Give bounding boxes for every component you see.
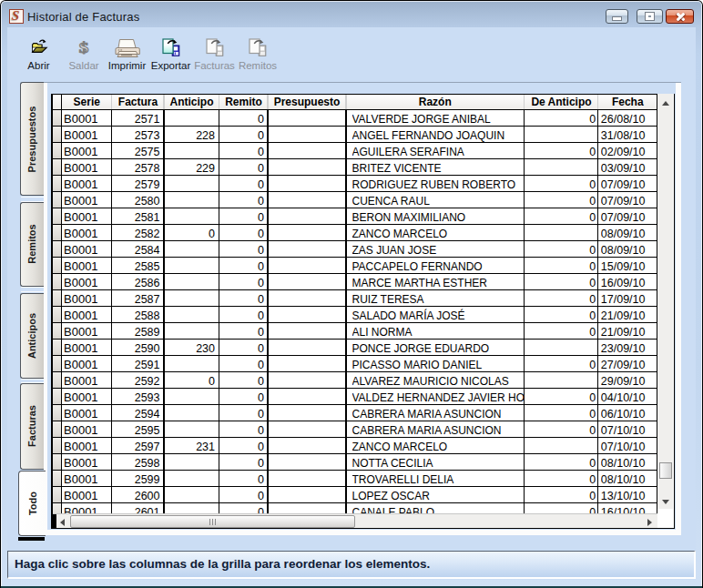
svg-text:$: $ [79,39,89,56]
